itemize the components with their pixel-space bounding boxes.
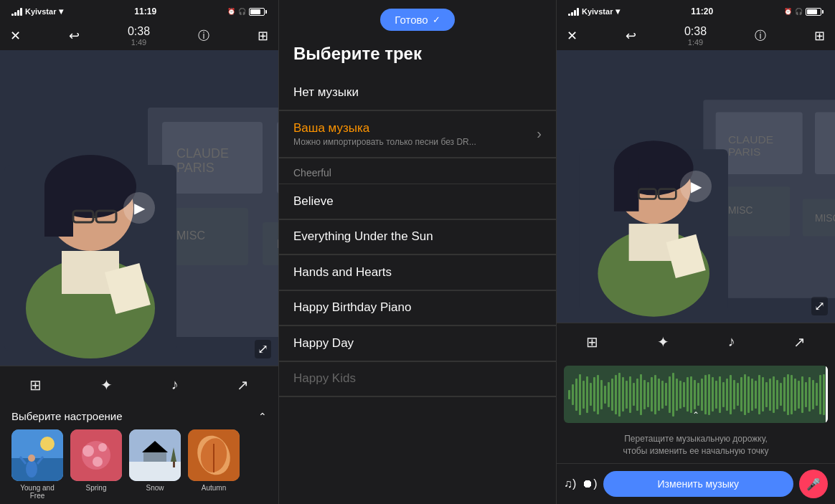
svg-rect-3: [277, 122, 278, 194]
waveform-bar: [643, 380, 646, 410]
waveform-bar: [776, 380, 778, 410]
waveform-bar: [819, 375, 821, 414]
svg-point-24: [28, 455, 35, 462]
track-item-hands[interactable]: Hands and Hearts: [279, 255, 556, 290]
right-expand-button[interactable]: ⤢: [811, 297, 828, 315]
mood-header: Выберите настроение ⌃: [11, 410, 267, 422]
mood-thumb-young: [11, 429, 63, 481]
svg-rect-37: [173, 462, 175, 467]
mood-collapse-button[interactable]: ⌃: [258, 411, 267, 422]
camera-icon: ⏺): [582, 477, 597, 490]
mic-button[interactable]: 🎤: [799, 470, 828, 498]
svg-rect-45: [815, 112, 835, 173]
waveform-bar: [611, 379, 613, 411]
waveform-bar: [694, 380, 696, 410]
right-undo-button[interactable]: [626, 28, 636, 44]
track-item-no-music[interactable]: Нет музыки: [279, 75, 556, 110]
grid-button[interactable]: ⊞: [29, 376, 42, 394]
svg-text:CLAUDE: CLAUDE: [728, 133, 773, 146]
waveform-bar: [769, 379, 771, 411]
waveform-bar: [586, 376, 588, 413]
track-item-birthday[interactable]: Happy Birthday Piano: [279, 290, 556, 325]
signal-icon: [11, 7, 22, 16]
right-play-button[interactable]: [680, 171, 712, 202]
waveform-bar: [626, 381, 628, 408]
expand-icon: ⤢: [258, 342, 268, 356]
music-button[interactable]: ♪: [171, 376, 178, 393]
waveform-bar: [687, 377, 689, 412]
mood-item-young[interactable]: Young andFree: [11, 429, 63, 500]
happy-day-label: Happy Day: [293, 336, 354, 351]
crop-button[interactable]: [258, 28, 268, 44]
headphones-icon: 🎧: [238, 8, 246, 15]
mood-label-young: Young andFree: [20, 484, 54, 500]
track-item-believe[interactable]: Believe: [279, 184, 556, 219]
done-button[interactable]: Готово ✓: [380, 9, 454, 31]
waveform-bar: [765, 382, 768, 407]
undo-button[interactable]: [69, 28, 80, 44]
share-button[interactable]: ↗: [237, 376, 249, 394]
waveform-bar: [787, 374, 789, 416]
close-button[interactable]: [10, 28, 21, 44]
waveform-bar: [669, 376, 671, 413]
right-play-icon: [691, 178, 702, 195]
right-wifi-icon: ▾: [615, 6, 620, 16]
right-music-button[interactable]: ♪: [727, 333, 735, 350]
waveform-bar: [751, 379, 753, 411]
mood-thumb-autumn: [188, 429, 240, 481]
info-button[interactable]: [198, 28, 209, 44]
svg-point-30: [98, 443, 107, 452]
wifi-icon: ▾: [59, 6, 63, 16]
track-select-title: Выберите трек: [279, 37, 556, 75]
right-info-button[interactable]: [755, 28, 766, 44]
svg-text:PARIS: PARIS: [728, 146, 761, 158]
right-effects-button[interactable]: ✦: [657, 333, 669, 351]
left-status-bar: Kyivstar ▾ 11:19 ⏰ 🎧: [0, 0, 278, 22]
waveform-bar: [647, 382, 649, 407]
track-item-happy-kids[interactable]: Happy Kids: [279, 361, 556, 396]
right-battery-icon: [806, 8, 824, 16]
right-close-button[interactable]: [567, 28, 577, 44]
waveform-bar: [608, 382, 610, 407]
track-item-everything[interactable]: Everything Under the Sun: [279, 219, 556, 255]
right-headphones-icon: 🎧: [795, 8, 803, 15]
svg-point-31: [93, 457, 103, 467]
birthday-label: Happy Birthday Piano: [293, 300, 411, 315]
mood-item-snow[interactable]: Snow: [129, 429, 181, 500]
done-check-icon: ✓: [433, 14, 440, 25]
waveform-bar: [730, 375, 732, 414]
track-item-your-music[interactable]: Ваша музыка Можно импортировать только п…: [279, 111, 556, 158]
battery-icon: [249, 8, 267, 16]
left-status-right: ⏰ 🎧: [227, 8, 267, 16]
right-status-bar: Kyivstar ▾ 11:20 ⏰ 🎧: [557, 0, 835, 22]
right-current-time: 0:38: [684, 25, 707, 38]
waveform-bar: [618, 373, 621, 417]
right-crop-button[interactable]: [814, 28, 825, 44]
mood-item-spring[interactable]: Spring: [70, 429, 122, 500]
waveform-bar: [640, 374, 642, 416]
right-grid-button[interactable]: ⊞: [586, 333, 598, 351]
waveform-bar: [715, 381, 717, 408]
right-alarm-icon: ⏰: [784, 8, 792, 15]
mood-thumb-spring: [70, 429, 122, 481]
right-expand-icon: ⤢: [814, 299, 825, 313]
svg-text:CLAUDE: CLAUDE: [176, 146, 229, 161]
waveform-bar: [593, 377, 595, 412]
svg-text:MISC: MISC: [277, 238, 278, 250]
believe-label: Believe: [293, 194, 334, 209]
waveform-bar: [773, 376, 775, 413]
effects-button[interactable]: ✦: [100, 376, 113, 394]
waveform-bar: [701, 379, 703, 411]
mood-label-autumn: Autumn: [202, 484, 226, 492]
right-status-left: Kyivstar ▾: [568, 6, 620, 16]
right-share-button[interactable]: ↗: [793, 333, 806, 351]
waveform-container[interactable]: ⌃: [564, 366, 828, 423]
waveform-bar: [780, 383, 782, 406]
expand-button[interactable]: ⤢: [255, 340, 271, 358]
play-button[interactable]: [123, 192, 155, 224]
mood-item-autumn[interactable]: Autumn: [188, 429, 240, 500]
track-item-happy-day[interactable]: Happy Day: [279, 326, 556, 361]
change-music-button[interactable]: Изменить музыку: [603, 471, 793, 497]
middle-header: Готово ✓: [279, 0, 556, 37]
section-cheerful-label: Cheerful: [293, 167, 331, 179]
